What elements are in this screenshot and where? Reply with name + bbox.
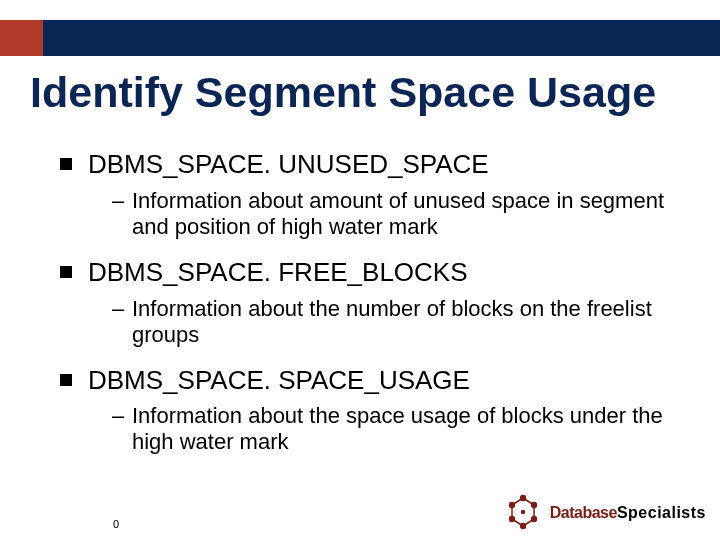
- bullet-item: DBMS_SPACE. SPACE_USAGE: [60, 366, 680, 396]
- page-number: 0: [113, 518, 119, 530]
- bullet-item: DBMS_SPACE. UNUSED_SPACE: [60, 150, 680, 180]
- square-bullet-icon: [60, 158, 72, 170]
- sub-item-text: Information about amount of unused space…: [132, 188, 664, 239]
- svg-point-1: [531, 502, 537, 508]
- svg-point-5: [509, 502, 515, 508]
- sub-item-text: Information about the number of blocks o…: [132, 296, 652, 347]
- square-bullet-icon: [60, 266, 72, 278]
- svg-point-2: [531, 516, 537, 522]
- slide-content: DBMS_SPACE. UNUSED_SPACE – Information a…: [60, 150, 680, 473]
- sub-item-text: Information about the space usage of blo…: [132, 403, 663, 454]
- sub-item: – Information about amount of unused spa…: [112, 188, 680, 240]
- dash-bullet-icon: –: [112, 188, 124, 214]
- sub-item: – Information about the number of blocks…: [112, 296, 680, 348]
- header-band-inner: [43, 20, 720, 56]
- bullet-heading: DBMS_SPACE. FREE_BLOCKS: [88, 257, 468, 287]
- svg-point-0: [520, 495, 526, 501]
- svg-point-3: [520, 523, 526, 529]
- bullet-heading: DBMS_SPACE. UNUSED_SPACE: [88, 149, 489, 179]
- logo-mark-icon: [502, 492, 544, 534]
- svg-point-6: [521, 510, 525, 514]
- slide-title: Identify Segment Space Usage: [30, 68, 656, 117]
- dash-bullet-icon: –: [112, 403, 124, 429]
- brand-logo: DatabaseSpecialists: [502, 492, 706, 534]
- sub-item: – Information about the space usage of b…: [112, 403, 680, 455]
- logo-text: DatabaseSpecialists: [550, 506, 706, 520]
- logo-word-1: Database: [550, 504, 617, 521]
- square-bullet-icon: [60, 374, 72, 386]
- svg-point-4: [509, 516, 515, 522]
- bullet-heading: DBMS_SPACE. SPACE_USAGE: [88, 365, 470, 395]
- logo-word-2: Specialists: [617, 504, 706, 521]
- bullet-item: DBMS_SPACE. FREE_BLOCKS: [60, 258, 680, 288]
- dash-bullet-icon: –: [112, 296, 124, 322]
